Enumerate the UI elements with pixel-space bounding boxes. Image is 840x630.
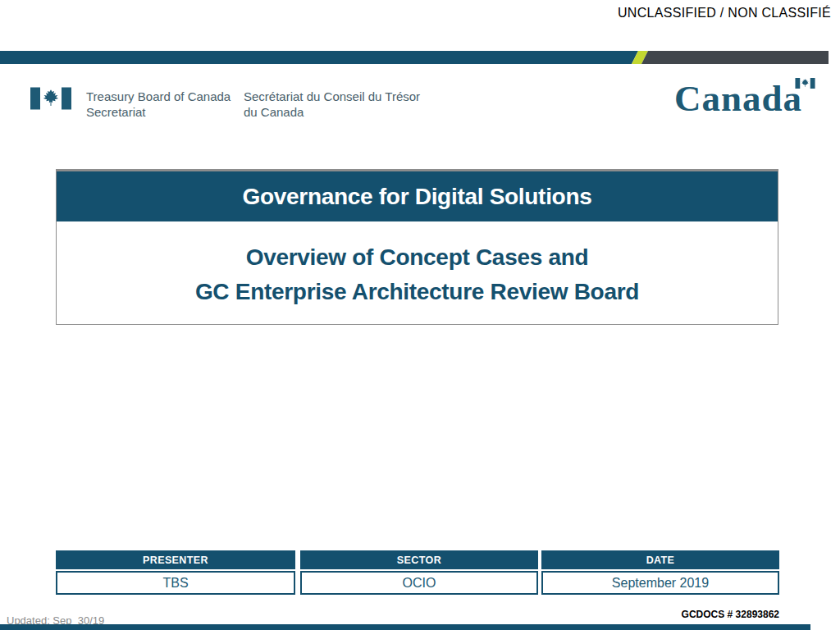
slide-title: Governance for Digital Solutions <box>242 184 591 210</box>
fip-english: Treasury Board of Canada Secretariat <box>86 89 231 120</box>
sector-header: SECTOR <box>300 550 538 569</box>
date-value: September 2019 <box>541 571 779 595</box>
title-band: Governance for Digital Solutions <box>57 171 778 221</box>
sector-column: SECTOR OCIO <box>300 550 538 595</box>
date-header: DATE <box>541 550 779 569</box>
title-box: Governance for Digital Solutions Overvie… <box>56 169 778 325</box>
banner-gray-segment <box>641 51 829 64</box>
wordmark-flag-icon <box>795 77 815 92</box>
fip-french: Secrétariat du Conseil du Trésor du Cana… <box>244 89 420 120</box>
fip-french-line2: du Canada <box>244 104 420 120</box>
slide-subtitle-line1: Overview of Concept Cases and <box>57 240 778 275</box>
top-banner <box>0 51 840 64</box>
slide-subtitle: Overview of Concept Cases and GC Enterpr… <box>57 240 778 309</box>
presenter-column: PRESENTER TBS <box>56 550 295 595</box>
classification-banner: UNCLASSIFIED / NON CLASSIFIÉ <box>618 6 831 21</box>
sector-value: OCIO <box>300 571 538 595</box>
slide-subtitle-line2: GC Enterprise Architecture Review Board <box>57 275 778 309</box>
presenter-value: TBS <box>56 571 295 595</box>
canada-wordmark: Canada <box>674 77 815 118</box>
fip-english-line1: Treasury Board of Canada <box>86 89 231 104</box>
slide: UNCLASSIFIED / NON CLASSIFIÉ Treasury Bo… <box>0 0 840 630</box>
gcdocs-number: GCDOCS # 32893862 <box>682 609 779 620</box>
date-column: DATE September 2019 <box>541 550 779 595</box>
fip-english-line2: Secretariat <box>86 104 231 120</box>
presenter-header: PRESENTER <box>56 550 295 569</box>
bottom-bar <box>0 624 810 630</box>
fip-french-line1: Secrétariat du Conseil du Trésor <box>244 89 420 104</box>
banner-teal-segment <box>0 51 638 64</box>
canada-flag-icon <box>30 87 71 113</box>
